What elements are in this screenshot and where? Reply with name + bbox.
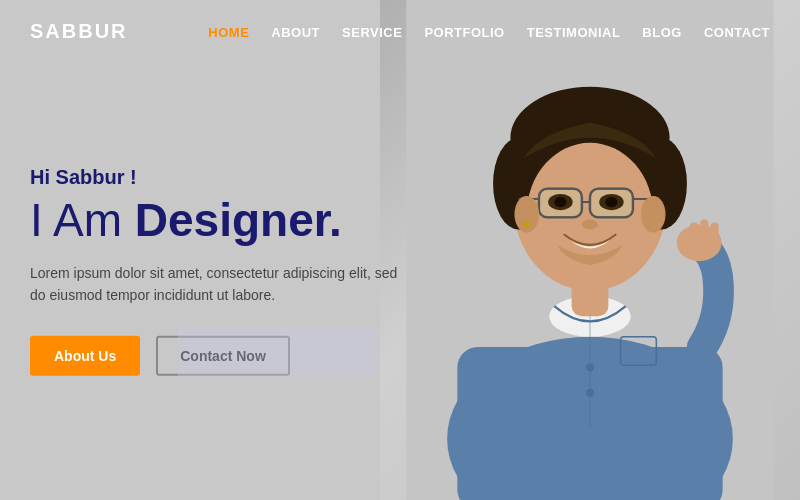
nav-item-about[interactable]: ABOUT <box>271 23 320 41</box>
hero-person-image <box>380 0 800 500</box>
hero-greeting: Hi Sabbur ! <box>30 166 410 189</box>
nav-link-portfolio[interactable]: PORTFOLIO <box>424 25 504 40</box>
nav-link-service[interactable]: SERVICE <box>342 25 402 40</box>
nav-item-portfolio[interactable]: PORTFOLIO <box>424 23 504 41</box>
brand-logo[interactable]: SABBUR <box>30 20 128 43</box>
svg-rect-27 <box>690 222 698 240</box>
hero-content: Hi Sabbur ! I Am Designer. Lorem ipsum d… <box>30 166 410 376</box>
nav-item-testimonial[interactable]: TESTIMONIAL <box>527 23 621 41</box>
about-us-button[interactable]: About Us <box>30 336 140 376</box>
svg-point-24 <box>524 221 530 227</box>
svg-point-23 <box>641 196 665 233</box>
nav-item-home[interactable]: HOME <box>208 23 249 41</box>
nav-link-about[interactable]: ABOUT <box>271 25 320 40</box>
headline-bold: Designer. <box>135 194 342 246</box>
nav-links: HOME ABOUT SERVICE PORTFOLIO TESTIMONIAL… <box>208 23 770 41</box>
navbar: SABBUR HOME ABOUT SERVICE PORTFOLIO TEST… <box>0 0 800 63</box>
svg-rect-28 <box>700 219 708 239</box>
svg-rect-29 <box>710 222 718 240</box>
svg-point-21 <box>605 197 617 207</box>
svg-point-20 <box>554 197 566 207</box>
nav-link-contact[interactable]: CONTACT <box>704 25 770 40</box>
headline-highlight-box <box>178 328 378 378</box>
hero-description: Lorem ipsum dolor sit amet, consectetur … <box>30 261 410 306</box>
hero-section: SABBUR HOME ABOUT SERVICE PORTFOLIO TEST… <box>0 0 800 500</box>
nav-item-contact[interactable]: CONTACT <box>704 23 770 41</box>
nav-item-blog[interactable]: BLOG <box>642 23 682 41</box>
nav-link-blog[interactable]: BLOG <box>642 25 682 40</box>
nav-link-testimonial[interactable]: TESTIMONIAL <box>527 25 621 40</box>
hero-headline: I Am Designer. <box>30 195 410 246</box>
nav-item-service[interactable]: SERVICE <box>342 23 402 41</box>
headline-plain: I Am <box>30 194 135 246</box>
nav-link-home[interactable]: HOME <box>208 25 249 40</box>
person-svg <box>380 0 800 500</box>
svg-point-25 <box>582 219 598 229</box>
